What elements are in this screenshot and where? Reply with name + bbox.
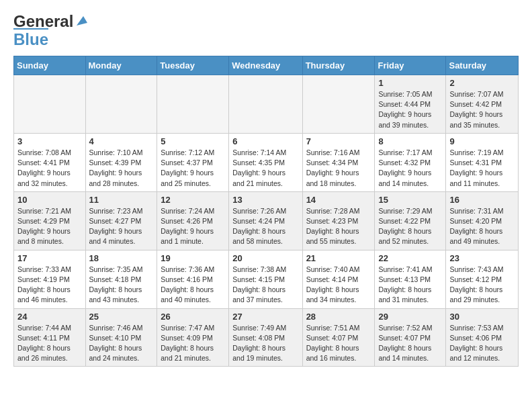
day-number: 12	[161, 195, 225, 205]
day-number: 2	[449, 78, 515, 88]
calendar-cell: 30Sunrise: 7:53 AM Sunset: 4:06 PM Dayli…	[446, 308, 519, 367]
day-number: 9	[449, 136, 515, 146]
calendar-cell: 21Sunrise: 7:40 AM Sunset: 4:14 PM Dayli…	[302, 250, 375, 308]
day-info: Sunrise: 7:19 AM Sunset: 4:31 PM Dayligh…	[449, 148, 515, 189]
page-header: General Blue	[0, 0, 532, 56]
calendar-body: 1Sunrise: 7:05 AM Sunset: 4:44 PM Daylig…	[14, 75, 519, 367]
day-number: 3	[17, 136, 82, 146]
calendar-cell: 18Sunrise: 7:35 AM Sunset: 4:18 PM Dayli…	[85, 250, 157, 308]
day-number: 29	[378, 312, 442, 322]
calendar-table: SundayMondayTuesdayWednesdayThursdayFrid…	[13, 56, 519, 367]
day-number: 7	[306, 136, 371, 146]
day-info: Sunrise: 7:43 AM Sunset: 4:12 PM Dayligh…	[449, 265, 515, 306]
day-info: Sunrise: 7:44 AM Sunset: 4:11 PM Dayligh…	[17, 323, 82, 364]
calendar-cell: 9Sunrise: 7:19 AM Sunset: 4:31 PM Daylig…	[446, 133, 519, 191]
calendar-cell: 13Sunrise: 7:26 AM Sunset: 4:24 PM Dayli…	[229, 191, 302, 250]
calendar-cell: 11Sunrise: 7:23 AM Sunset: 4:27 PM Dayli…	[85, 191, 157, 250]
calendar-cell: 10Sunrise: 7:21 AM Sunset: 4:29 PM Dayli…	[14, 191, 86, 250]
day-info: Sunrise: 7:23 AM Sunset: 4:27 PM Dayligh…	[89, 206, 154, 247]
calendar-cell: 15Sunrise: 7:29 AM Sunset: 4:22 PM Dayli…	[375, 191, 446, 250]
day-info: Sunrise: 7:26 AM Sunset: 4:24 PM Dayligh…	[232, 206, 298, 247]
calendar-cell	[229, 75, 302, 134]
day-info: Sunrise: 7:52 AM Sunset: 4:07 PM Dayligh…	[378, 323, 442, 364]
day-info: Sunrise: 7:35 AM Sunset: 4:18 PM Dayligh…	[89, 265, 154, 306]
calendar-cell: 14Sunrise: 7:28 AM Sunset: 4:23 PM Dayli…	[302, 191, 375, 250]
calendar-week-row: 24Sunrise: 7:44 AM Sunset: 4:11 PM Dayli…	[14, 308, 519, 367]
day-number: 10	[17, 195, 82, 205]
day-info: Sunrise: 7:16 AM Sunset: 4:34 PM Dayligh…	[306, 148, 371, 189]
calendar-cell: 5Sunrise: 7:12 AM Sunset: 4:37 PM Daylig…	[157, 133, 229, 191]
calendar-cell: 20Sunrise: 7:38 AM Sunset: 4:15 PM Dayli…	[229, 250, 302, 308]
day-info: Sunrise: 7:21 AM Sunset: 4:29 PM Dayligh…	[17, 206, 82, 247]
logo: General Blue	[13, 12, 89, 49]
day-info: Sunrise: 7:29 AM Sunset: 4:22 PM Dayligh…	[378, 206, 442, 247]
calendar-cell: 1Sunrise: 7:05 AM Sunset: 4:44 PM Daylig…	[375, 75, 446, 134]
calendar-week-row: 1Sunrise: 7:05 AM Sunset: 4:44 PM Daylig…	[14, 75, 519, 134]
day-info: Sunrise: 7:17 AM Sunset: 4:32 PM Dayligh…	[378, 148, 442, 189]
day-info: Sunrise: 7:47 AM Sunset: 4:09 PM Dayligh…	[161, 323, 225, 364]
day-number: 27	[232, 312, 298, 322]
day-info: Sunrise: 7:12 AM Sunset: 4:37 PM Dayligh…	[161, 148, 225, 189]
day-number: 1	[378, 78, 442, 88]
day-number: 30	[449, 312, 515, 322]
calendar-container: SundayMondayTuesdayWednesdayThursdayFrid…	[0, 56, 532, 373]
day-number: 11	[89, 195, 154, 205]
day-info: Sunrise: 7:08 AM Sunset: 4:41 PM Dayligh…	[17, 148, 82, 189]
day-number: 18	[89, 253, 154, 263]
day-number: 17	[17, 253, 82, 263]
day-number: 16	[449, 195, 515, 205]
day-number: 6	[232, 136, 298, 146]
calendar-cell: 7Sunrise: 7:16 AM Sunset: 4:34 PM Daylig…	[302, 133, 375, 191]
day-header-friday: Friday	[375, 56, 446, 75]
day-info: Sunrise: 7:33 AM Sunset: 4:19 PM Dayligh…	[17, 265, 82, 306]
day-info: Sunrise: 7:38 AM Sunset: 4:15 PM Dayligh…	[232, 265, 298, 306]
calendar-cell: 12Sunrise: 7:24 AM Sunset: 4:26 PM Dayli…	[157, 191, 229, 250]
day-number: 14	[306, 195, 371, 205]
calendar-cell: 8Sunrise: 7:17 AM Sunset: 4:32 PM Daylig…	[375, 133, 446, 191]
calendar-week-row: 3Sunrise: 7:08 AM Sunset: 4:41 PM Daylig…	[14, 133, 519, 191]
calendar-cell	[85, 75, 157, 134]
calendar-cell: 4Sunrise: 7:10 AM Sunset: 4:39 PM Daylig…	[85, 133, 157, 191]
day-number: 5	[161, 136, 225, 146]
calendar-cell: 28Sunrise: 7:51 AM Sunset: 4:07 PM Dayli…	[302, 308, 375, 367]
day-info: Sunrise: 7:36 AM Sunset: 4:16 PM Dayligh…	[161, 265, 225, 306]
calendar-cell: 23Sunrise: 7:43 AM Sunset: 4:12 PM Dayli…	[446, 250, 519, 308]
calendar-header-row: SundayMondayTuesdayWednesdayThursdayFrid…	[14, 56, 519, 75]
calendar-cell: 22Sunrise: 7:41 AM Sunset: 4:13 PM Dayli…	[375, 250, 446, 308]
day-info: Sunrise: 7:07 AM Sunset: 4:42 PM Dayligh…	[449, 89, 515, 130]
day-header-thursday: Thursday	[302, 56, 375, 75]
day-number: 28	[306, 312, 371, 322]
day-number: 19	[161, 253, 225, 263]
day-info: Sunrise: 7:41 AM Sunset: 4:13 PM Dayligh…	[378, 265, 442, 306]
calendar-cell	[157, 75, 229, 134]
day-info: Sunrise: 7:51 AM Sunset: 4:07 PM Dayligh…	[306, 323, 371, 364]
day-number: 26	[161, 312, 225, 322]
day-number: 20	[232, 253, 298, 263]
day-number: 21	[306, 253, 371, 263]
calendar-cell: 16Sunrise: 7:31 AM Sunset: 4:20 PM Dayli…	[446, 191, 519, 250]
logo-arrow-icon	[74, 13, 89, 28]
day-header-sunday: Sunday	[14, 56, 86, 75]
calendar-cell: 26Sunrise: 7:47 AM Sunset: 4:09 PM Dayli…	[157, 308, 229, 367]
day-number: 8	[378, 136, 442, 146]
calendar-cell: 29Sunrise: 7:52 AM Sunset: 4:07 PM Dayli…	[375, 308, 446, 367]
svg-marker-0	[77, 16, 87, 26]
day-header-saturday: Saturday	[446, 56, 519, 75]
day-info: Sunrise: 7:46 AM Sunset: 4:10 PM Dayligh…	[89, 323, 154, 364]
day-number: 22	[378, 253, 442, 263]
logo-blue: Blue	[13, 30, 48, 49]
day-info: Sunrise: 7:53 AM Sunset: 4:06 PM Dayligh…	[449, 323, 515, 364]
calendar-cell: 3Sunrise: 7:08 AM Sunset: 4:41 PM Daylig…	[14, 133, 86, 191]
day-info: Sunrise: 7:49 AM Sunset: 4:08 PM Dayligh…	[232, 323, 298, 364]
calendar-week-row: 17Sunrise: 7:33 AM Sunset: 4:19 PM Dayli…	[14, 250, 519, 308]
day-number: 15	[378, 195, 442, 205]
day-number: 13	[232, 195, 298, 205]
day-info: Sunrise: 7:05 AM Sunset: 4:44 PM Dayligh…	[378, 89, 442, 130]
day-info: Sunrise: 7:10 AM Sunset: 4:39 PM Dayligh…	[89, 148, 154, 189]
day-number: 4	[89, 136, 154, 146]
calendar-cell	[14, 75, 86, 134]
calendar-cell: 27Sunrise: 7:49 AM Sunset: 4:08 PM Dayli…	[229, 308, 302, 367]
day-number: 25	[89, 312, 154, 322]
calendar-cell: 2Sunrise: 7:07 AM Sunset: 4:42 PM Daylig…	[446, 75, 519, 134]
day-info: Sunrise: 7:28 AM Sunset: 4:23 PM Dayligh…	[306, 206, 371, 247]
